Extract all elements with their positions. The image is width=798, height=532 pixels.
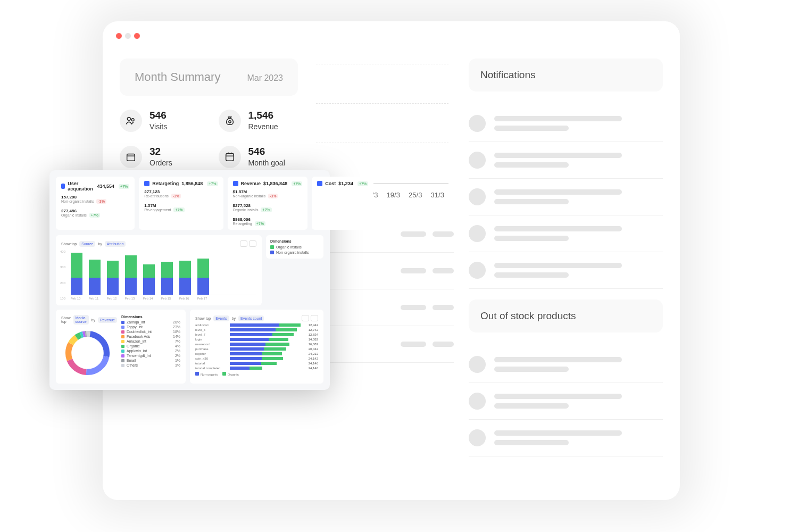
by-label: by: [98, 242, 102, 246]
money-bag-icon: [219, 110, 241, 132]
events-card: Show top Events by Events count addtocar…: [190, 310, 323, 384]
list-item[interactable]: [469, 142, 663, 179]
svg-rect-3: [127, 154, 135, 161]
list-item[interactable]: [469, 346, 663, 383]
events-chip[interactable]: Events: [213, 315, 229, 321]
stat-goal: 546Month goal: [219, 146, 298, 168]
show-top-label2: Show top: [61, 316, 71, 323]
events-legend: Non-organicOrganic: [195, 372, 318, 376]
package-icon: [120, 146, 142, 168]
analytics-overlay-card: User acquisition 434,554+7%157,298Non-or…: [49, 170, 330, 390]
stat-revenue: 1,546Revenue: [219, 110, 298, 132]
stat-goal-value: 546: [248, 146, 285, 157]
out-of-stock-list: [469, 346, 663, 456]
legend-item[interactable]: Amazon_int7%: [121, 339, 180, 343]
avatar: [469, 429, 486, 446]
revenue-chip[interactable]: Revenue: [98, 317, 117, 323]
event-row: spin_x3024,142: [195, 357, 318, 360]
stacked-bar: [89, 260, 101, 295]
avatar: [469, 262, 486, 279]
kpi-card[interactable]: Retargeting 1,856,848+7%277,123Re-attrib…: [139, 177, 223, 230]
by-label3: by: [232, 317, 236, 320]
legend-item[interactable]: Non-organic installs: [270, 251, 319, 254]
media-source-card: Show top Media source by Revenue Dimensi…: [56, 310, 186, 384]
chart-bar-toggle[interactable]: [249, 240, 256, 247]
legend-item[interactable]: Doubleclick_int18%: [121, 330, 180, 334]
legend-item[interactable]: Applovin_int2%: [121, 349, 180, 353]
legend-item[interactable]: Zamaja_int28%: [121, 320, 180, 324]
list-item[interactable]: [469, 420, 663, 456]
stacked-bar: [179, 261, 191, 295]
stacked-bar: [125, 255, 137, 295]
event-row: newrecord16,082: [195, 343, 318, 346]
events-count-chip[interactable]: Events count: [238, 315, 264, 321]
out-of-stock-header: Out of stock products: [469, 300, 663, 332]
summary-stats: 546Visits 1,546Revenue 32Orders 546Month…: [120, 110, 298, 168]
close-icon[interactable]: [116, 33, 122, 39]
stacked-bar: [71, 253, 82, 295]
donut-chart: [62, 328, 113, 378]
legend-item[interactable]: Organic4%: [121, 344, 180, 348]
list-item[interactable]: [469, 179, 663, 215]
stacked-chart-card: Show top Source by Attribution 400300200…: [56, 235, 262, 305]
legend-item[interactable]: Facebook Ads14%: [121, 335, 180, 338]
event-row: addtocart12,442: [195, 323, 318, 327]
kpi-card[interactable]: Revenue $1,836,848+7%$1.57MNon-organic i…: [228, 177, 308, 230]
donut-legend-title: Dimensions: [121, 315, 180, 319]
stat-revenue-label: Revenue: [248, 122, 278, 131]
legend-item[interactable]: Email1%: [121, 359, 180, 362]
events-toggle-a[interactable]: [302, 315, 309, 321]
stacked-legend: Dimensions Organic installsNon-organic i…: [266, 235, 323, 259]
x-tick: 31/3: [427, 191, 449, 199]
legend-item[interactable]: Others3%: [121, 363, 180, 367]
stacked-bar: [143, 264, 155, 295]
stat-visits-label: Visits: [149, 122, 167, 131]
legend-item[interactable]: Tencentgdt_int2%: [121, 354, 180, 358]
list-item[interactable]: [469, 105, 663, 142]
kpi-card[interactable]: User acquisition 434,554+7%157,298Non-or…: [56, 177, 135, 230]
event-row: login14,082: [195, 338, 318, 341]
attribution-chip[interactable]: Attribution: [105, 241, 126, 247]
legend-item[interactable]: Organic: [222, 372, 239, 376]
x-tick: 25/3: [404, 191, 427, 199]
stacked-xticks: Feb 10Feb 11Feb 12Feb 13Feb 14Feb 15Feb …: [70, 297, 256, 300]
stat-orders-label: Orders: [149, 159, 172, 167]
notifications-header: Notifications: [469, 59, 663, 92]
avatar: [469, 152, 486, 169]
window-traffic-lights: [116, 33, 140, 39]
month-summary-card: Month Summary Mar 2023: [120, 59, 298, 96]
legend-item[interactable]: Non-organic: [195, 372, 218, 376]
maximize-icon[interactable]: [134, 33, 140, 39]
avatar: [469, 115, 486, 132]
source-chip[interactable]: Source: [79, 241, 95, 247]
event-row: purchase20,042: [195, 347, 318, 351]
legend-item[interactable]: Organic installs: [270, 245, 319, 249]
kpi-row: User acquisition 434,554+7%157,298Non-or…: [56, 177, 323, 230]
stat-orders: 32Orders: [120, 146, 200, 168]
event-row: tutorial completed24,146: [195, 367, 318, 370]
svg-point-1: [131, 119, 134, 121]
chart-line-toggle[interactable]: [240, 240, 247, 247]
stacked-yticks: 400300200100: [60, 250, 65, 300]
avatar: [469, 188, 486, 205]
legend-title: Dimensions: [270, 239, 319, 243]
kpi-card[interactable]: Cost $1,234+7%: [312, 177, 373, 230]
events-toggle-b[interactable]: [311, 315, 318, 321]
legend-item[interactable]: Tappy_int23%: [121, 325, 180, 329]
stacked-bar: [197, 259, 209, 295]
svg-rect-4: [226, 154, 234, 161]
stat-visits-value: 546: [149, 110, 167, 121]
media-source-legend: Dimensions Zamaja_int28%Tappy_int23%Doub…: [121, 315, 180, 378]
list-item[interactable]: [469, 383, 663, 420]
by-label2: by: [92, 318, 95, 322]
list-item[interactable]: [469, 252, 663, 289]
event-row: level_712,834: [195, 333, 318, 336]
minimize-icon[interactable]: [125, 33, 131, 39]
list-item[interactable]: [469, 215, 663, 252]
month-summary-title: Month Summary: [135, 70, 220, 84]
stacked-bar: [107, 261, 119, 295]
notifications-list: [469, 105, 663, 289]
media-source-chip[interactable]: Media source: [73, 315, 89, 325]
stacked-controls: Show top Source by Attribution: [61, 240, 256, 247]
month-summary-date[interactable]: Mar 2023: [247, 73, 283, 83]
